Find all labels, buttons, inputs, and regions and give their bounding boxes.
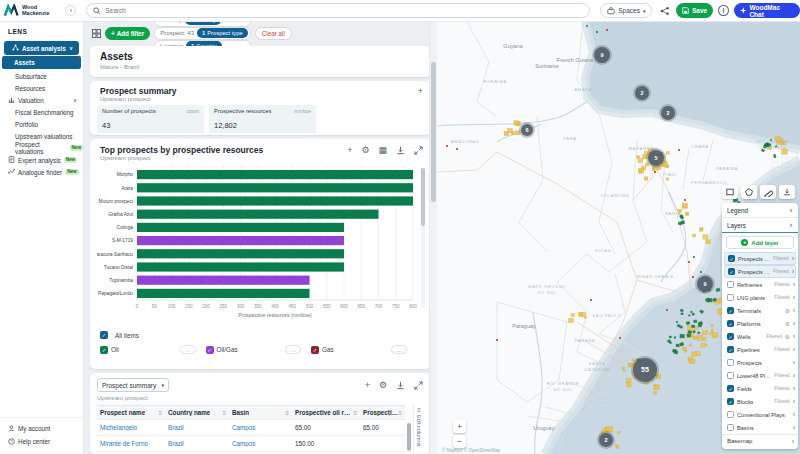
- legend-options-button[interactable]: …: [391, 345, 407, 354]
- layer-checkbox[interactable]: ✓: [727, 320, 734, 327]
- legend-options-button[interactable]: …: [180, 345, 196, 354]
- legend-checkbox[interactable]: ✓: [206, 346, 214, 354]
- layer-settings-icon[interactable]: ⚙: [785, 321, 790, 327]
- spaces-button[interactable]: Spaces▾: [600, 3, 652, 18]
- layer-checkbox[interactable]: ✓: [727, 398, 734, 405]
- polygon-select-button[interactable]: [741, 185, 757, 199]
- column-menu-icon[interactable]: ≡: [398, 410, 402, 416]
- chevron-right-icon[interactable]: ›: [793, 307, 795, 314]
- info-button[interactable]: i: [718, 5, 729, 16]
- chevron-right-icon[interactable]: ›: [793, 294, 795, 301]
- settings-gear-icon[interactable]: ⚙: [379, 381, 387, 390]
- layer-checkbox[interactable]: ✓: [727, 346, 734, 353]
- sidebar-item-fiscal-benchmarking[interactable]: Fiscal Benchmarking: [0, 106, 83, 118]
- add-icon[interactable]: +: [365, 381, 370, 390]
- table-cell-link[interactable]: Mirante de Forno: [97, 440, 165, 447]
- edit-columns-button[interactable]: ≡ Edit columns: [413, 405, 424, 454]
- legend-checkbox[interactable]: ✓: [311, 346, 319, 354]
- column-header[interactable]: Prospective oil resou...≡: [292, 409, 360, 416]
- layer-checkbox[interactable]: [727, 411, 734, 418]
- layer-checkbox[interactable]: ✓: [728, 255, 735, 262]
- zoom-out-button[interactable]: −: [453, 435, 466, 448]
- sidebar-item-expert-analysis[interactable]: Expert analysisNew: [0, 154, 83, 166]
- sidebar-item-resources[interactable]: Resources: [0, 82, 83, 94]
- settings-gear-icon[interactable]: ⚙: [361, 146, 369, 155]
- layer-row-pipelines[interactable]: ✓PipelinesFiltered›: [722, 343, 798, 356]
- add-icon[interactable]: +: [347, 146, 352, 155]
- add-layer-button[interactable]: + Add layer: [726, 236, 794, 249]
- chevron-right-icon[interactable]: ›: [793, 333, 795, 340]
- chevron-right-icon[interactable]: ›: [793, 385, 795, 392]
- sidebar-item-asset-analysis[interactable]: Asset analysis∨: [4, 41, 79, 55]
- sidebar-item-subsurface[interactable]: Subsurface: [0, 70, 83, 82]
- column-menu-icon[interactable]: ≡: [285, 410, 289, 416]
- column-menu-icon[interactable]: ≡: [353, 410, 357, 416]
- chevron-right-icon[interactable]: ›: [793, 372, 795, 379]
- basemap-row[interactable]: Basemap›: [722, 434, 798, 447]
- chevron-right-icon[interactable]: ›: [792, 268, 794, 275]
- save-button[interactable]: Save: [676, 3, 713, 18]
- sidebar-item-my-account[interactable]: My account: [0, 422, 83, 435]
- table-cell-link[interactable]: Brazil: [165, 424, 229, 431]
- legend-section-header[interactable]: Legend∨: [722, 203, 798, 218]
- table-view-icon[interactable]: ▦: [378, 146, 387, 155]
- add-filter-button[interactable]: + Add filter: [105, 27, 150, 40]
- zoom-in-button[interactable]: +: [453, 420, 466, 433]
- chevron-right-icon[interactable]: ›: [792, 255, 794, 262]
- chevron-right-icon[interactable]: ›: [793, 411, 795, 418]
- sidebar-item-assets[interactable]: Assets: [2, 56, 81, 69]
- chart-scrollbar[interactable]: [421, 168, 425, 308]
- layer-row-terminals[interactable]: ✓Terminals⚙›: [722, 304, 798, 317]
- layer-checkbox[interactable]: ✓: [727, 307, 734, 314]
- layer-row-platforms[interactable]: ✓Platforms⚙›: [722, 317, 798, 330]
- layer-checkbox[interactable]: [727, 281, 734, 288]
- layer-checkbox[interactable]: [727, 424, 734, 431]
- filter-chip-2[interactable]: Prospect: 431Prospect type: [154, 27, 250, 40]
- view-grid-icon[interactable]: [92, 29, 101, 38]
- expand-icon[interactable]: [414, 146, 423, 155]
- table-view-select[interactable]: Prospect summary▾: [97, 378, 169, 392]
- map-panel[interactable]: GuyanaSurinameFrench GuianaParaguayUrugu…: [437, 22, 800, 454]
- chevron-right-icon[interactable]: ›: [793, 281, 795, 288]
- sidebar-item-help-center[interactable]: ? Help center: [0, 435, 83, 448]
- layer-row-lower48-plays[interactable]: Lower48 PlaysFiltered›: [722, 369, 798, 382]
- sidebar-collapse-button[interactable]: ‹: [65, 5, 76, 16]
- legend-options-button[interactable]: …: [285, 345, 301, 354]
- sidebar-item-valuation[interactable]: Valuation∨: [0, 94, 83, 106]
- table-cell-link[interactable]: Campos: [229, 424, 292, 431]
- woodmac-chat-button[interactable]: WoodMac Chat: [734, 3, 800, 18]
- add-widget-icon[interactable]: +: [418, 87, 423, 96]
- column-header[interactable]: Prospect name≡: [97, 409, 165, 416]
- layer-checkbox[interactable]: [727, 359, 734, 366]
- layer-settings-icon[interactable]: ⚙: [785, 334, 790, 340]
- measure-button[interactable]: [760, 185, 776, 199]
- content-scrollbar-thumb[interactable]: [431, 62, 436, 202]
- content-scrollbar[interactable]: [429, 22, 437, 454]
- chart-scrollbar-thumb[interactable]: [421, 168, 425, 226]
- chevron-right-icon[interactable]: ›: [793, 359, 795, 366]
- share-icon[interactable]: [660, 6, 670, 16]
- layer-checkbox[interactable]: [727, 294, 734, 301]
- all-items-checkbox[interactable]: ✓: [100, 331, 108, 339]
- map-download-button[interactable]: [779, 185, 795, 199]
- rectangle-select-button[interactable]: [722, 185, 738, 199]
- sidebar-item-analogue-finder[interactable]: Analogue finderNew: [0, 166, 83, 178]
- column-header[interactable]: Country name≡: [165, 409, 229, 416]
- layer-row-blocks[interactable]: ✓BlocksFiltered›: [722, 395, 798, 408]
- layer-checkbox[interactable]: ✓: [727, 333, 734, 340]
- column-header[interactable]: Basin≡: [229, 409, 292, 416]
- chevron-right-icon[interactable]: ›: [793, 398, 795, 405]
- legend-checkbox[interactable]: ✓: [100, 346, 108, 354]
- layers-section-header[interactable]: Layers∧: [722, 218, 798, 233]
- global-search[interactable]: [86, 3, 590, 18]
- download-icon[interactable]: [396, 381, 405, 390]
- layer-row-refineries[interactable]: RefineriesFiltered›: [722, 278, 798, 291]
- sidebar-item-portfolio[interactable]: Portfolio: [0, 118, 83, 130]
- expand-icon[interactable]: [414, 381, 423, 390]
- search-input[interactable]: [105, 7, 583, 14]
- table-scrollbar-thumb[interactable]: [407, 423, 411, 451]
- layer-checkbox[interactable]: [727, 372, 734, 379]
- chevron-right-icon[interactable]: ›: [793, 424, 795, 431]
- chevron-right-icon[interactable]: ›: [793, 346, 795, 353]
- chevron-right-icon[interactable]: ›: [793, 320, 795, 327]
